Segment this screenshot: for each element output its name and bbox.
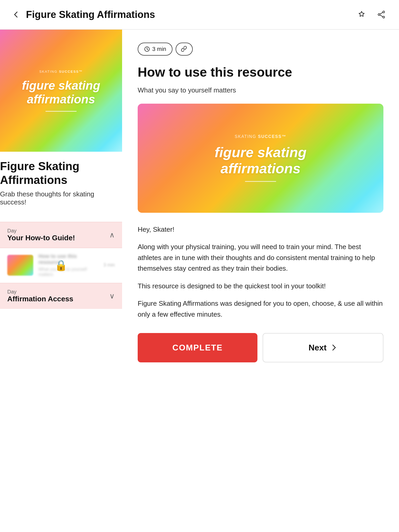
main-content: SKATING SUCCESS™ figure skatingaffirmati… bbox=[0, 30, 399, 375]
day-header-2[interactable]: Day Affirmation Access ∨ bbox=[0, 283, 122, 309]
svg-line-3 bbox=[380, 12, 383, 14]
clock-icon bbox=[144, 46, 150, 52]
hero-underline bbox=[45, 111, 77, 112]
page-title: Figure Skating Affirmations bbox=[26, 9, 155, 20]
back-button[interactable] bbox=[10, 9, 22, 20]
link-icon bbox=[181, 46, 188, 52]
next-button[interactable]: Next bbox=[263, 333, 383, 362]
content-image-logo: SKATING SUCCESS™ bbox=[235, 134, 287, 139]
day-header-2-text: Day Affirmation Access bbox=[7, 289, 73, 303]
resource-subtitle: Grab these thoughts for skating success! bbox=[0, 190, 122, 206]
locked-text: How to use this resource What you say to… bbox=[38, 253, 98, 277]
header-left: Figure Skating Affirmations bbox=[10, 9, 155, 20]
locked-text-line1: How to use this resource bbox=[38, 253, 98, 265]
locked-item: How to use this resource What you say to… bbox=[0, 248, 122, 282]
favorite-button[interactable] bbox=[354, 7, 369, 22]
next-chevron-icon bbox=[330, 344, 337, 351]
svg-point-2 bbox=[383, 16, 385, 18]
content-image-title: figure skatingaffirmations bbox=[215, 144, 307, 176]
next-button-label: Next bbox=[309, 343, 327, 353]
lock-icon: 🔒 bbox=[55, 259, 68, 271]
time-badge-label: 3 min bbox=[152, 46, 166, 52]
hero-logo: SKATING SUCCESS™ bbox=[39, 70, 83, 74]
body-paragraph-2: Along with your physical training, you w… bbox=[138, 242, 383, 274]
day-header-1[interactable]: Day Your How-to Guide! ∧ bbox=[0, 222, 122, 248]
share-button[interactable] bbox=[374, 7, 389, 22]
time-badge: 3 min bbox=[138, 43, 172, 56]
svg-point-0 bbox=[383, 11, 385, 13]
bottom-buttons: COMPLETE Next bbox=[138, 333, 383, 362]
day-section-1: Day Your How-to Guide! ∧ How to use this… bbox=[0, 222, 122, 282]
day-label-2: Day bbox=[7, 289, 73, 295]
locked-thumbnail bbox=[7, 255, 33, 276]
badges: 3 min bbox=[138, 43, 383, 56]
link-badge[interactable] bbox=[176, 43, 193, 56]
locked-text-line2: What you say to yourself matters bbox=[38, 267, 98, 277]
locked-duration: 3 min bbox=[103, 262, 115, 268]
right-panel: 3 min How to use this resource What you … bbox=[122, 30, 399, 375]
day-name-2: Affirmation Access bbox=[7, 295, 73, 303]
section-heading: How to use this resource bbox=[138, 65, 383, 80]
day-name-1: Your How-to Guide! bbox=[7, 234, 75, 242]
svg-point-1 bbox=[378, 14, 380, 16]
section-description: What you say to yourself matters bbox=[138, 86, 383, 94]
hero-title: figure skatingaffirmations bbox=[22, 79, 100, 106]
resource-title: Figure Skating Affirmations bbox=[0, 159, 122, 190]
body-paragraph-1: Hey, Skater! bbox=[138, 224, 383, 235]
hero-image: SKATING SUCCESS™ figure skatingaffirmati… bbox=[0, 30, 122, 152]
header-actions bbox=[354, 7, 389, 22]
chevron-down-icon: ∨ bbox=[109, 292, 115, 300]
content-image: SKATING SUCCESS™ figure skatingaffirmati… bbox=[138, 104, 383, 213]
day-section-2: Day Affirmation Access ∨ bbox=[0, 283, 122, 309]
chevron-up-icon: ∧ bbox=[109, 231, 115, 239]
svg-line-4 bbox=[380, 15, 383, 17]
header: Figure Skating Affirmations bbox=[0, 0, 399, 29]
left-panel: SKATING SUCCESS™ figure skatingaffirmati… bbox=[0, 30, 122, 375]
day-header-1-text: Day Your How-to Guide! bbox=[7, 228, 75, 242]
left-panel-body: Figure Skating Affirmations Grab these t… bbox=[0, 152, 122, 222]
body-paragraph-4: Figure Skating Affirmations was designed… bbox=[138, 298, 383, 320]
day-label-1: Day bbox=[7, 228, 75, 234]
body-paragraph-3: This resource is designed to be the quic… bbox=[138, 281, 383, 292]
complete-button[interactable]: COMPLETE bbox=[138, 333, 257, 362]
content-image-underline bbox=[245, 181, 276, 182]
